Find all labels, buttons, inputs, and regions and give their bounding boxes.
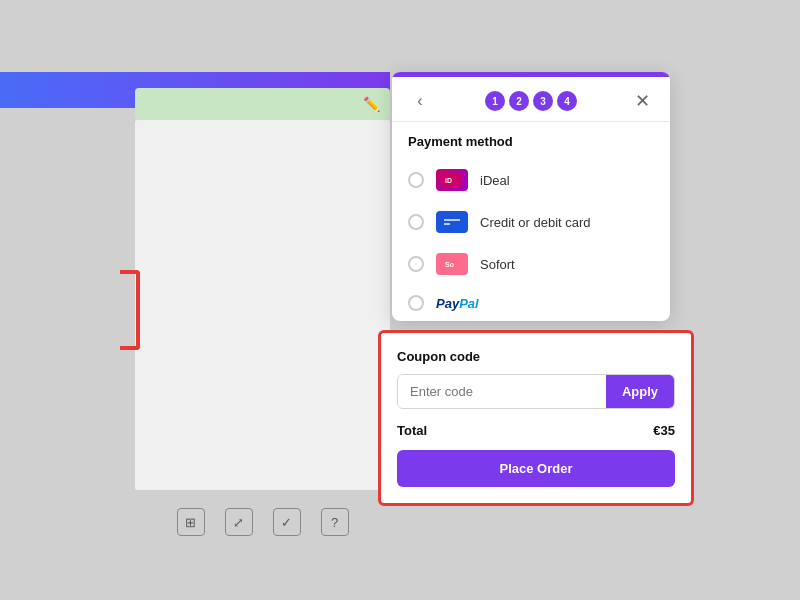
back-button[interactable]: ‹ xyxy=(408,89,432,113)
payment-method-title: Payment method xyxy=(392,134,670,159)
coupon-title: Coupon code xyxy=(397,349,675,364)
ideal-icon: iD xyxy=(436,169,468,191)
edit-icon[interactable]: ✏️ xyxy=(363,96,380,112)
close-button[interactable]: ✕ xyxy=(630,89,654,113)
bottom-toolbar: ⊞ ⤢ ✓ ? xyxy=(135,504,390,540)
modal-divider xyxy=(392,121,670,122)
step-4: 4 xyxy=(557,91,577,111)
sofort-icon: So xyxy=(436,253,468,275)
ideal-label: iDeal xyxy=(480,173,510,188)
svg-rect-3 xyxy=(444,219,460,221)
payment-option-sofort[interactable]: So Sofort xyxy=(392,243,670,285)
radio-ideal[interactable] xyxy=(408,172,424,188)
payment-option-ideal[interactable]: iD iDeal xyxy=(392,159,670,201)
step-1: 1 xyxy=(485,91,505,111)
payment-option-paypal[interactable]: PayPal xyxy=(392,285,670,321)
total-row: Total €35 xyxy=(397,423,675,438)
radio-paypal[interactable] xyxy=(408,295,424,311)
check-icon[interactable]: ✓ xyxy=(273,508,301,536)
left-panel xyxy=(135,120,390,490)
card-icon xyxy=(436,211,468,233)
coupon-input-row: Apply xyxy=(397,374,675,409)
modal-header: ‹ 1 2 3 4 ✕ xyxy=(392,77,670,121)
apply-button[interactable]: Apply xyxy=(606,375,674,408)
radio-card[interactable] xyxy=(408,214,424,230)
svg-text:So: So xyxy=(445,261,454,268)
payment-option-card[interactable]: Credit or debit card xyxy=(392,201,670,243)
green-toolbar: ✏️ xyxy=(135,88,390,120)
step-3: 3 xyxy=(533,91,553,111)
svg-text:iD: iD xyxy=(445,177,452,184)
coupon-section: Coupon code Apply Total €35 Place Order xyxy=(378,330,694,506)
svg-rect-2 xyxy=(442,215,462,229)
svg-rect-4 xyxy=(444,223,450,225)
radio-sofort[interactable] xyxy=(408,256,424,272)
step-indicators: 1 2 3 4 xyxy=(485,91,577,111)
help-icon[interactable]: ? xyxy=(321,508,349,536)
red-bracket xyxy=(120,270,140,350)
expand-icon[interactable]: ⤢ xyxy=(225,508,253,536)
sofort-label: Sofort xyxy=(480,257,515,272)
total-amount: €35 xyxy=(653,423,675,438)
place-order-button[interactable]: Place Order xyxy=(397,450,675,487)
payment-modal: ‹ 1 2 3 4 ✕ Payment method iD iDeal xyxy=(392,72,670,321)
total-label: Total xyxy=(397,423,427,438)
paypal-logo: PayPal xyxy=(436,296,479,311)
step-2: 2 xyxy=(509,91,529,111)
card-label: Credit or debit card xyxy=(480,215,591,230)
coupon-input[interactable] xyxy=(398,375,606,408)
frame-icon[interactable]: ⊞ xyxy=(177,508,205,536)
